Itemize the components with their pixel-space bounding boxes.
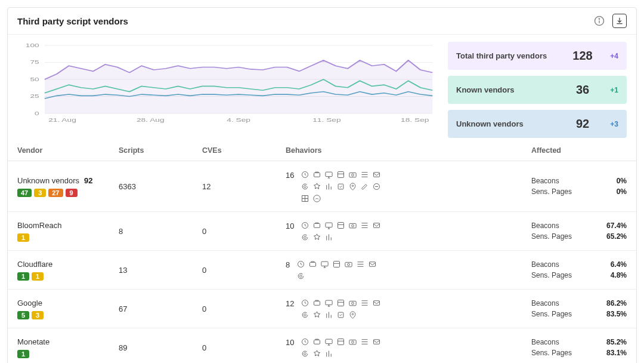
- affected-cell: Beacons0% Sens. Pages0%: [531, 177, 627, 196]
- svg-rect-57: [373, 300, 379, 305]
- severity-badge: 1: [17, 272, 29, 281]
- behavior-icon: [324, 220, 333, 230]
- affected-cell: Beacons86.2% Sens. Pages83.5%: [531, 299, 627, 318]
- behavior-icon: [360, 337, 369, 346]
- summary-card-total[interactable]: Total third party vendors 128 +4: [448, 42, 627, 70]
- behavior-icon: [300, 349, 309, 358]
- severity-badge: 3: [34, 189, 46, 197]
- svg-text:75: 75: [30, 59, 39, 65]
- summary-card-known[interactable]: Known vendors 36 +1: [448, 76, 627, 104]
- svg-text:25: 25: [30, 93, 39, 99]
- summary-unknown-value: 92: [566, 117, 599, 131]
- download-icon[interactable]: [612, 14, 627, 28]
- vendor-badges: 53: [17, 311, 119, 319]
- affected-sens-label: Sens. Pages: [531, 310, 572, 318]
- col-behaviors: Behaviors: [286, 146, 387, 155]
- affected-beacons-value: 0%: [617, 177, 627, 185]
- behavior-icon: [348, 182, 357, 191]
- affected-sens-label: Sens. Pages: [531, 232, 572, 241]
- behavior-icon: [300, 310, 309, 319]
- svg-text:0: 0: [35, 110, 39, 116]
- svg-rect-62: [314, 340, 320, 344]
- vendor-name: Cloudflare: [17, 260, 52, 269]
- summary-total-value: 128: [566, 49, 599, 63]
- behavior-icon: [360, 170, 369, 179]
- svg-rect-33: [314, 223, 320, 227]
- behavior-icon: [336, 337, 345, 346]
- cves-cell: 0: [202, 266, 286, 275]
- affected-sens-value: 65.2%: [606, 232, 627, 241]
- svg-rect-63: [326, 339, 332, 344]
- severity-badge: 3: [32, 311, 44, 319]
- behavior-icon: [336, 310, 345, 319]
- svg-text:50: 50: [30, 76, 39, 82]
- behavior-icon-grid: [296, 259, 387, 281]
- vendor-name: Google: [17, 299, 42, 307]
- behavior-icon: [312, 298, 321, 307]
- vendors-table: Vendor Scripts CVEs Behaviors Affected U…: [8, 140, 636, 363]
- svg-text:28. Aug: 28. Aug: [137, 116, 165, 122]
- behavior-icon: [367, 259, 377, 269]
- svg-point-69: [304, 352, 306, 355]
- behavior-icon: [336, 182, 345, 191]
- behavior-icon: [300, 170, 309, 179]
- svg-point-67: [352, 341, 354, 343]
- svg-rect-64: [338, 339, 343, 344]
- behavior-icon: [355, 259, 365, 269]
- vendor-count: 92: [84, 176, 92, 185]
- behavior-icon: [348, 298, 357, 307]
- vendor-name: Unknown vendors 92: [17, 176, 93, 185]
- svg-rect-20: [326, 172, 332, 177]
- behavior-icon: [312, 349, 321, 358]
- behavior-icon: [300, 232, 309, 242]
- vendor-badges: 11: [17, 272, 119, 281]
- behaviors-cell: 12: [286, 298, 387, 319]
- behavior-icon: [360, 220, 369, 230]
- svg-rect-42: [309, 262, 315, 266]
- panel-actions: [592, 14, 627, 28]
- svg-rect-25: [373, 172, 379, 177]
- affected-beacons-label: Beacons: [531, 177, 559, 185]
- behavior-icon: [332, 259, 341, 269]
- svg-point-38: [352, 224, 354, 227]
- affected-beacons-value: 85.2%: [606, 338, 627, 346]
- table-row[interactable]: Google 53 670 12 Beacons86.2% Sens. Page…: [8, 290, 636, 328]
- summary-unknown-label: Unknown vendors: [456, 119, 566, 128]
- behavior-icon-grid: [300, 170, 387, 203]
- behavior-icon: [312, 310, 321, 319]
- behaviors-cell: 8: [286, 259, 387, 281]
- svg-rect-23: [349, 173, 356, 177]
- svg-rect-39: [373, 223, 379, 227]
- svg-rect-43: [321, 262, 328, 266]
- behavior-icon: [308, 259, 317, 269]
- behavior-count: 10: [286, 337, 294, 347]
- severity-badge: 9: [66, 189, 78, 197]
- svg-rect-66: [349, 340, 356, 344]
- svg-rect-19: [314, 173, 320, 177]
- vendor-name-text: Cloudflare: [17, 260, 52, 269]
- behavior-count: 10: [286, 220, 294, 230]
- affected-sens-value: 83.1%: [606, 349, 627, 357]
- table-row[interactable]: BloomReach 1 80 10 Beacons67.4% Sens. Pa…: [8, 212, 636, 251]
- table-row[interactable]: Cloudflare 11 130 8 Beacons6.4% Sens. Pa…: [8, 251, 636, 290]
- svg-point-40: [304, 236, 306, 238]
- vendor-cell: Monetate 1: [17, 337, 119, 358]
- affected-cell: Beacons85.2% Sens. Pages83.1%: [531, 338, 627, 357]
- table-row[interactable]: Unknown vendors 92 473279 636312 16 Beac…: [8, 161, 636, 212]
- behavior-icon: [300, 182, 309, 191]
- affected-beacons-label: Beacons: [531, 260, 559, 269]
- panel-title: Third party script vendors: [17, 16, 128, 26]
- vendor-name: Monetate: [17, 337, 49, 346]
- scripts-cell: 13: [119, 266, 202, 275]
- col-vendor: Vendor: [17, 146, 119, 155]
- summary-card-unknown[interactable]: Unknown vendors 92 +3: [448, 110, 627, 138]
- summary-total-label: Total third party vendors: [456, 51, 566, 60]
- behavior-icon: [348, 170, 357, 179]
- svg-point-24: [352, 174, 354, 176]
- affected-sens-value: 83.5%: [606, 310, 627, 318]
- info-icon[interactable]: [592, 14, 606, 28]
- behavior-icon: [371, 170, 381, 179]
- table-row[interactable]: Monetate 1 890 10 Beacons85.2% Sens. Pag…: [8, 328, 636, 363]
- affected-sens-label: Sens. Pages: [531, 271, 572, 279]
- panel-header: Third party script vendors: [8, 8, 636, 35]
